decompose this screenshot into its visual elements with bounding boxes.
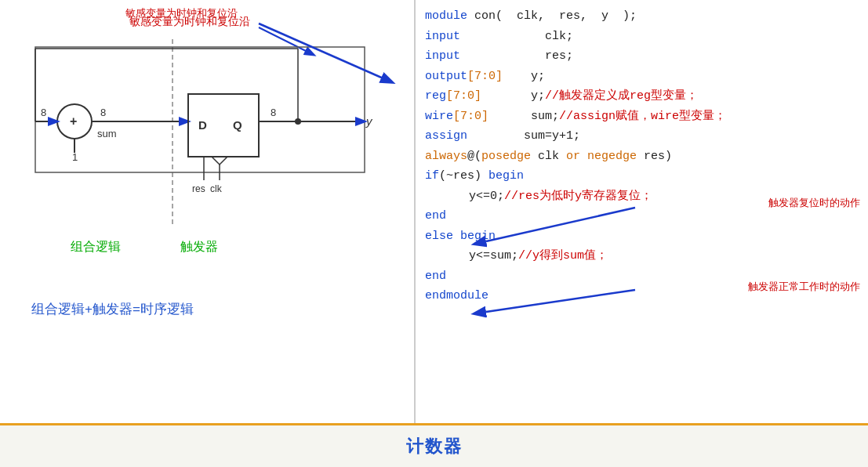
svg-text:8: 8	[100, 107, 106, 118]
svg-marker-19	[212, 157, 227, 165]
svg-text:触发器: 触发器	[180, 240, 218, 253]
svg-text:组合逻辑: 组合逻辑	[71, 240, 121, 253]
code-line-2: input clk;	[425, 27, 859, 47]
keyword-if: if	[425, 166, 439, 186]
port-bits-reg: [7:0]	[446, 86, 481, 107]
code-line-5: reg [7:0] y;//触发器定义成reg型变量；	[425, 86, 859, 107]
left-panel: 敏感变量为时钟和复位沿 敏感变量为时钟和复位沿	[0, 0, 416, 423]
code-line-9: if (~res) begin	[425, 166, 859, 186]
keyword-else: else	[425, 226, 453, 247]
bottom-bar: 计数器	[0, 423, 868, 467]
keyword-wire: wire	[425, 107, 453, 127]
svg-text:clk: clk	[210, 183, 223, 194]
svg-text:sum: sum	[97, 128, 117, 139]
svg-text:8: 8	[41, 107, 46, 118]
keyword-output: output	[425, 67, 467, 87]
keyword-input-1: input	[425, 27, 460, 47]
code-line-6: wire [7:0] sum;//assign赋值，wire型变量；	[425, 107, 859, 127]
code-line-8: always @( posedge clk or negedge res)	[425, 147, 859, 167]
port-bits-wire: [7:0]	[453, 107, 488, 127]
keyword-begin-1: begin	[488, 166, 524, 186]
code-line-1: module con( clk, res, y );	[425, 6, 859, 27]
keyword-endmodule: endmodule	[425, 286, 488, 306]
keyword-posedge: posedge	[481, 147, 531, 167]
svg-text:组合逻辑+触发器=时序逻辑: 组合逻辑+触发器=时序逻辑	[31, 302, 194, 317]
keyword-always: always	[425, 147, 467, 167]
port-bits-output: [7:0]	[467, 67, 503, 87]
code-line-4: output [7:0] y;	[425, 67, 859, 87]
keyword-input-2: input	[425, 46, 460, 67]
svg-text:8: 8	[271, 107, 276, 118]
keyword-end-1: end	[425, 206, 446, 226]
svg-text:D: D	[198, 118, 207, 132]
svg-text:+: +	[70, 114, 77, 128]
keyword-reg: reg	[425, 86, 446, 107]
code-line-12: else begin	[425, 226, 859, 247]
keyword-negedge: negedge	[587, 147, 637, 167]
annotation-sensitive: 敏感变量为时钟和复位沿	[125, 6, 238, 20]
code-line-3: input res;	[425, 46, 859, 67]
page-title: 计数器	[406, 435, 463, 458]
main-container: 敏感变量为时钟和复位沿 敏感变量为时钟和复位沿	[0, 0, 868, 467]
svg-line-35	[259, 24, 392, 82]
svg-text:y: y	[365, 114, 373, 128]
annotation-normal-action: 触发器正常工作时的动作	[748, 278, 860, 295]
keyword-module: module	[425, 6, 467, 27]
keyword-end-2: end	[425, 266, 446, 287]
svg-text:Q: Q	[233, 118, 242, 132]
keyword-or: or	[566, 147, 580, 167]
content-area: 敏感变量为时钟和复位沿 敏感变量为时钟和复位沿	[0, 0, 868, 423]
code-line-7: assign sum=y+1;	[425, 126, 859, 147]
annotation-reset-action: 触发器复位时的动作	[768, 194, 860, 212]
svg-rect-5	[35, 47, 365, 172]
code-line-13: y<=sum;//y得到sum值；	[425, 246, 859, 266]
code-block: module con( clk, res, y ); input clk; in…	[425, 6, 859, 306]
right-panel: module con( clk, res, y ); input clk; in…	[416, 0, 868, 423]
circuit-diagram: 敏感变量为时钟和复位沿	[8, 8, 408, 384]
svg-text:1: 1	[72, 151, 78, 163]
keyword-assign: assign	[425, 126, 467, 147]
svg-text:res: res	[192, 183, 205, 194]
svg-line-1	[259, 27, 314, 55]
keyword-begin-2: begin	[460, 226, 496, 247]
